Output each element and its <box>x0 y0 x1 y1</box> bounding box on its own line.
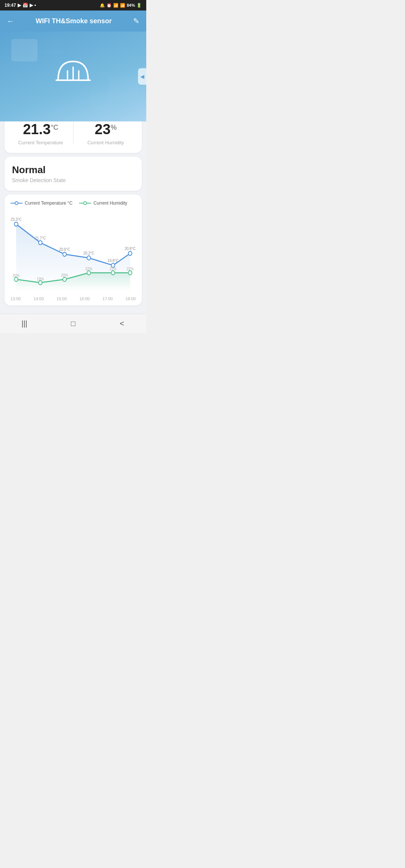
svg-point-21 <box>128 271 132 275</box>
svg-text:21.7°C: 21.7°C <box>35 236 46 240</box>
legend-hum-line-icon <box>79 201 91 205</box>
svg-text:20%: 20% <box>13 273 20 278</box>
time-label-5: 18:00 <box>125 296 136 301</box>
chart-legend: Current Temperature °C Current Humidity <box>9 201 137 206</box>
legend-temp-line-icon <box>10 201 22 205</box>
alarm-icon: 🔔 <box>100 3 105 8</box>
svg-point-15 <box>128 251 132 256</box>
svg-text:22%: 22% <box>110 267 117 271</box>
svg-point-17 <box>39 281 42 285</box>
svg-point-19 <box>87 271 91 275</box>
time-label-4: 17:00 <box>102 296 113 301</box>
svg-text:20%: 20% <box>61 273 68 277</box>
battery-label: 84% <box>127 3 135 7</box>
time-label-3: 16:00 <box>80 296 90 301</box>
bottom-nav: ||| □ < <box>0 314 146 333</box>
youtube2-icon: ▶ <box>30 3 33 8</box>
svg-text:22%: 22% <box>85 267 92 271</box>
edit-button[interactable]: ✎ <box>133 16 140 25</box>
svg-point-11 <box>39 241 42 245</box>
dot-icon: • <box>34 3 36 8</box>
svg-point-8 <box>84 202 87 205</box>
status-right: 🔔 ⏰ 📶 📶 84% 🔋 <box>100 3 142 8</box>
hero-decor-2 <box>34 35 64 54</box>
youtube-icon: ▶ <box>18 3 21 8</box>
recent-apps-button[interactable]: ||| <box>13 316 36 331</box>
hero-decor-3 <box>109 76 139 99</box>
svg-point-10 <box>14 222 18 226</box>
legend-humidity: Current Humidity <box>79 201 127 206</box>
chart-area: 23.3°C 21.7°C 20.6°C 20.2°C 19.8°C 20.8°… <box>9 212 137 294</box>
smoke-label: Smoke Detection State <box>12 177 134 183</box>
status-bar: 19:47 ▶ 📅 ▶ • 🔔 ⏰ 📶 📶 84% 🔋 <box>0 0 146 10</box>
time-label-2: 15:00 <box>57 296 67 301</box>
svg-text:20.2°C: 20.2°C <box>83 251 94 256</box>
svg-text:20.8°C: 20.8°C <box>124 247 136 251</box>
clock-icon: ⏰ <box>106 3 112 8</box>
svg-point-5 <box>15 202 18 205</box>
chart-card: Current Temperature °C Current Humidity <box>4 195 142 305</box>
svg-point-13 <box>87 256 91 260</box>
svg-point-12 <box>63 252 66 256</box>
smoke-detection-card: Normal Smoke Detection State <box>4 157 142 191</box>
chart-svg: 23.3°C 21.7°C 20.6°C 20.2°C 19.8°C 20.8°… <box>9 212 137 294</box>
humidity-label: Current Humidity <box>87 140 124 145</box>
home-button[interactable]: □ <box>62 316 84 331</box>
svg-text:19%: 19% <box>37 277 44 281</box>
signal-icon: 📶 <box>120 3 125 8</box>
hero-section: ◀ <box>0 31 146 121</box>
back-button[interactable]: ← <box>7 17 14 25</box>
legend-temperature: Current Temperature °C <box>10 201 72 206</box>
chart-time-labels: 13:00 14:00 15:00 16:00 17:00 18:00 <box>9 294 137 301</box>
svg-text:20.6°C: 20.6°C <box>59 247 70 252</box>
svg-point-18 <box>63 277 66 281</box>
hero-decor-4 <box>90 91 112 110</box>
cards-section: 21.3 °C Current Temperature 23 % Current… <box>0 114 146 314</box>
status-time: 19:47 <box>4 3 16 8</box>
smoke-status: Normal <box>12 164 134 176</box>
app-header: ← WIFI TH&Smoke sensor ✎ <box>0 10 146 31</box>
svg-text:23.3°C: 23.3°C <box>10 217 22 222</box>
time-label-1: 14:00 <box>33 296 44 301</box>
svg-text:22%: 22% <box>127 267 134 271</box>
svg-point-16 <box>14 277 18 281</box>
humidity-value: 23 % <box>95 121 117 138</box>
side-arrow-button[interactable]: ◀ <box>138 68 146 85</box>
page-title: WIFI TH&Smoke sensor <box>36 17 112 25</box>
status-left: 19:47 ▶ 📅 ▶ • <box>4 3 36 8</box>
temperature-reading: 21.3 °C Current Temperature <box>12 121 69 145</box>
svg-point-20 <box>111 271 115 275</box>
temperature-value: 21.3 °C <box>23 121 58 138</box>
time-label-0: 13:00 <box>10 296 21 301</box>
svg-text:19.8°C: 19.8°C <box>108 259 119 263</box>
calendar-icon: 📅 <box>22 3 28 8</box>
readings-divider <box>73 122 74 145</box>
temperature-label: Current Temperature <box>18 140 63 145</box>
sensor-dome-icon <box>54 56 92 86</box>
back-nav-button[interactable]: < <box>111 316 133 331</box>
wifi-icon: 📶 <box>113 3 118 8</box>
battery-icon: 🔋 <box>136 3 142 8</box>
humidity-reading: 23 % Current Humidity <box>77 121 135 145</box>
